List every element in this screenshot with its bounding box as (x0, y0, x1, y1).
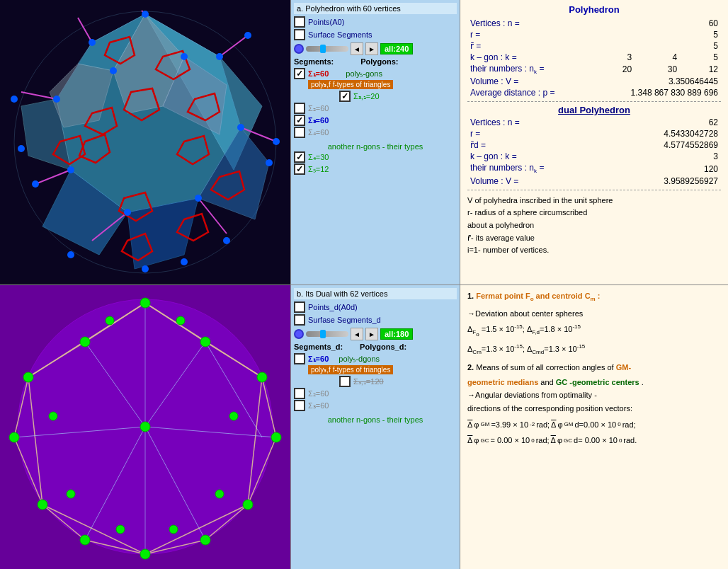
bottom-sigma3-checkbox[interactable] (294, 400, 305, 411)
nav-next-btn[interactable]: ► (365, 42, 378, 55)
arrow2-line: →Angular deviations from optimality - (467, 389, 721, 402)
bottom-slider-row: ◄ ► all:180 (294, 328, 457, 340)
sigma4-checkbox[interactable] (294, 127, 305, 138)
svg-point-99 (67, 490, 75, 498)
rbar-val: 5 (592, 40, 721, 52)
bottom-points-checkbox[interactable] (294, 301, 305, 313)
bottom-info-panel: 1. Fermat point Fo and centroid Cm : →De… (460, 285, 728, 569)
top-viz-panel (0, 0, 290, 284)
nk-v1: 20 (592, 63, 637, 76)
bottom-nav-next-btn[interactable]: ► (365, 328, 378, 340)
dual-table: Vertices : n = 62 r = 4.5433042728 r̄d =… (467, 117, 721, 186)
svg-point-87 (200, 337, 210, 347)
sigma3-row: ✓ Σ₃=60 (294, 115, 457, 126)
svg-point-90 (80, 535, 90, 545)
polyhedron-table: Vertices : n = 60 r = 5 r̄ = 5 k – gon :… (467, 18, 721, 98)
bottom-nav-prev-btn[interactable]: ◄ (351, 328, 363, 340)
svg-point-45 (32, 180, 39, 188)
fermat-text: Fermat point F (476, 292, 530, 300)
nk-v3: 12 (683, 63, 721, 76)
dashed-divider1 (467, 101, 721, 102)
bottom-info-content: 1. Fermat point Fo and centroid Cm : →De… (467, 289, 721, 447)
sigma5-label: Σ₅=12 (308, 165, 329, 174)
dual-rbar-val: 4.5774552869 (612, 139, 721, 151)
bottom-slider-track[interactable] (306, 331, 348, 337)
legend3: about a polyhedron (467, 219, 721, 232)
bottom-sigma31-row: Σ₃,₁=120 (294, 376, 457, 387)
surface-segments-row: Surface Segments (294, 29, 457, 40)
top-info-panel: Polyhedron Vertices : n = 60 r = 5 r̄ = … (460, 0, 728, 284)
poly-tri-label: poly₃,f f-types of triangles (308, 80, 393, 89)
top-polyhedron-svg (0, 0, 290, 284)
legend5: i=1- number of vertices. (467, 244, 721, 257)
bottom-sigma2-checkbox[interactable] (294, 388, 305, 399)
dual-kgon-val: 3 (612, 151, 721, 162)
sigma3-checkbox[interactable]: ✓ (294, 115, 305, 126)
sigma41-checkbox[interactable]: ✓ (294, 151, 305, 163)
bottom-surface-checkbox[interactable] (294, 314, 305, 326)
bottom-points-label: Points_d(A0d) (308, 303, 358, 311)
nk-v2: 30 (637, 63, 683, 76)
sigma5-row: ✓ Σ₅=12 (294, 163, 457, 175)
surface-segments-checkbox[interactable] (294, 29, 305, 40)
rbar-label: r̄ = (467, 40, 592, 52)
vertices-row: Vertices : n = 60 (467, 18, 721, 29)
dual-their-val: 120 (612, 162, 721, 175)
kgon-v3: 5 (683, 52, 721, 63)
sigma41-row: ✓ Σ₄=30 (294, 151, 457, 163)
sigma3-label: Σ₃=60 (308, 116, 329, 125)
bottom-slider-thumb[interactable] (320, 330, 326, 338)
sigma31-row: ✓ Σ₃,₁=20 (294, 91, 457, 102)
svg-point-47 (223, 237, 230, 244)
slider-thumb[interactable] (320, 45, 326, 53)
sigma2-label: Σ₂=60 (308, 104, 329, 113)
fermat-line: 1. Fermat point Fo and centroid Cm : (467, 289, 721, 304)
legend4: r̄- its average value (467, 232, 721, 245)
dual-rbar-row: r̄d = 4.5774552869 (467, 139, 721, 151)
svg-point-40 (142, 265, 149, 272)
vertices-label: Vertices : n = (467, 18, 592, 29)
sigma5-checkbox[interactable]: ✓ (294, 163, 305, 175)
svg-point-82 (257, 372, 267, 382)
svg-point-50 (110, 67, 117, 74)
dual-volume-val: 3.9589256927 (612, 176, 721, 187)
slider-dot (294, 44, 304, 54)
points-checkbox[interactable] (294, 16, 305, 28)
svg-point-85 (38, 500, 47, 510)
bottom-poly-tri-label: poly₃,f f-types of triangles (308, 365, 393, 374)
svg-point-49 (181, 258, 188, 265)
rbar-row: r̄ = 5 (467, 40, 721, 52)
line3: directions of the corresponding position… (467, 402, 721, 415)
sigma2-checkbox[interactable] (294, 103, 305, 114)
bottom-another-label: another n-gons - their types (294, 415, 457, 424)
bottom-ctrl-panel: b. Its Dual with 62 vertices Points_d(A0… (290, 285, 460, 569)
bottom-polygons-label: Polygons_d: (360, 343, 406, 351)
svg-point-48 (67, 251, 74, 258)
bottom-poly-gons-label: poly₅-dgons (339, 355, 380, 364)
svg-point-41 (266, 159, 273, 166)
r-val: 5 (592, 29, 721, 40)
points-label: Points(A0) (308, 18, 344, 26)
svg-point-37 (195, 195, 202, 202)
svg-point-35 (237, 124, 244, 131)
dual-their-row: their numbers : nk = 120 (467, 162, 721, 175)
sigma41-label: Σ₄=30 (308, 153, 329, 162)
svg-point-33 (216, 53, 223, 60)
sigma1-checkbox[interactable]: ✓ (294, 68, 305, 79)
dual-vertices-row: Vertices : n = 62 (467, 117, 721, 128)
bottom-sigma1-label: Σ₁=60 (308, 355, 329, 364)
slider-track[interactable] (306, 46, 348, 52)
bottom-sigma31-checkbox[interactable] (339, 376, 351, 387)
svg-point-96 (106, 316, 114, 325)
nav-prev-btn[interactable]: ◄ (351, 42, 363, 55)
poly-tri-row: poly₃,f f-types of triangles (308, 80, 457, 89)
surface-segments-label: Surface Segments (308, 30, 372, 39)
sigma31-checkbox[interactable]: ✓ (339, 91, 351, 102)
volume-label: Volume : V = (467, 76, 592, 87)
polyhedron-title: Polyhedron (467, 4, 721, 15)
volume-row: Volume : V = 3.350646445 (467, 76, 721, 87)
another-label: another n-gons - their types (294, 142, 457, 151)
bottom-sigma1-checkbox[interactable] (294, 353, 305, 364)
poly-gons-label: poly₅-gons (346, 69, 382, 79)
points-row: Points(A0) (294, 16, 457, 28)
